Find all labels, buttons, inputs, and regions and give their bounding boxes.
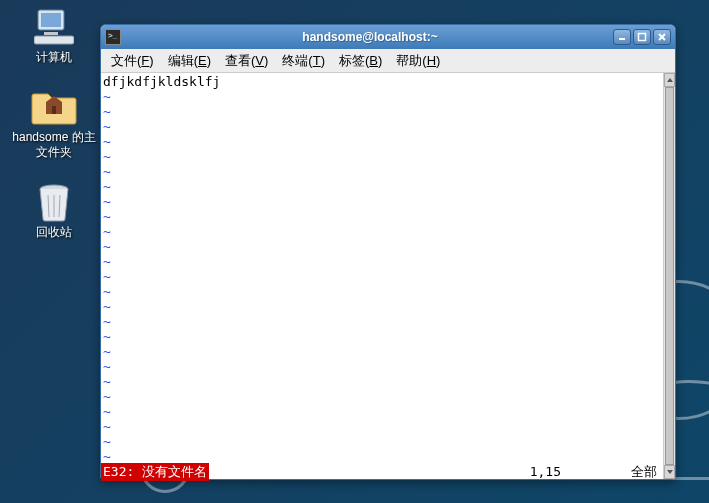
desktop-icons: 计算机 handsome 的主文件夹 回收站 [12,8,96,264]
desktop-icon-computer[interactable]: 计算机 [12,8,96,64]
scroll-up-button[interactable] [664,73,675,87]
folder-icon [30,88,78,128]
svg-rect-10 [639,34,646,41]
scroll-thumb[interactable] [665,87,674,465]
svg-rect-3 [34,36,74,44]
menu-terminal[interactable]: 终端(T) [276,50,331,72]
window-title: handsome@localhost:~ [127,30,613,44]
close-button[interactable] [653,29,671,45]
maximize-button[interactable] [633,29,651,45]
terminal-window: handsome@localhost:~ 文件(F) 编辑(E) 查看(V) 终… [100,24,676,480]
desktop-icon-label: 计算机 [12,50,96,64]
minimize-button[interactable] [613,29,631,45]
scroll-down-button[interactable] [664,465,675,479]
menu-edit[interactable]: 编辑(E) [162,50,217,72]
menu-view[interactable]: 查看(V) [219,50,274,72]
desktop-icon-trash[interactable]: 回收站 [12,183,96,239]
vim-error-message: E32: 没有文件名 [101,463,209,481]
terminal-content[interactable]: dfjkdfjkldsklfj ~ ~ ~ ~ ~ ~ ~ ~ ~ ~ ~ ~ … [101,73,663,479]
terminal-area[interactable]: dfjkdfjkldsklfj ~ ~ ~ ~ ~ ~ ~ ~ ~ ~ ~ ~ … [101,73,675,479]
svg-rect-4 [52,106,56,114]
vim-cursor-position: 1,15 [530,464,631,479]
window-buttons [613,29,671,45]
svg-rect-2 [44,32,58,35]
menubar: 文件(F) 编辑(E) 查看(V) 终端(T) 标签(B) 帮助(H) [101,49,675,73]
desktop-icon-label: handsome 的主文件夹 [12,130,96,159]
scrollbar[interactable] [663,73,675,479]
menu-help[interactable]: 帮助(H) [390,50,446,72]
menu-tabs[interactable]: 标签(B) [333,50,388,72]
computer-icon [30,8,78,48]
titlebar[interactable]: handsome@localhost:~ [101,25,675,49]
menu-file[interactable]: 文件(F) [105,50,160,72]
vim-status-line: E32: 没有文件名 1,15 全部 [101,464,663,479]
svg-rect-1 [41,13,61,27]
desktop-icon-label: 回收站 [12,225,96,239]
trash-icon [30,183,78,223]
vim-scope: 全部 [631,463,663,481]
desktop-icon-home[interactable]: handsome 的主文件夹 [12,88,96,159]
terminal-app-icon [105,29,121,45]
